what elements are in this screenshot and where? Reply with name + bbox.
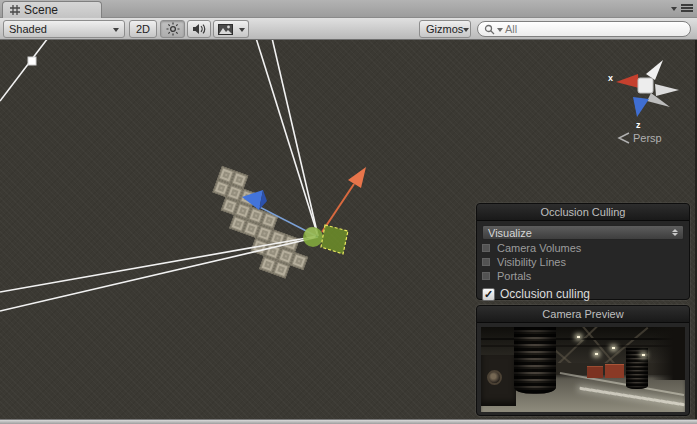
effects-dropdown-button[interactable]	[236, 20, 249, 38]
image-icon	[218, 24, 233, 35]
2d-label: 2D	[136, 23, 150, 35]
tab-strip: Scene	[0, 0, 697, 18]
search-value: All	[505, 23, 517, 35]
viz-item-camera-volumes[interactable]: Camera Volumes	[482, 241, 684, 254]
visualize-dropdown[interactable]: Visualize	[482, 225, 684, 240]
frustum-handle-square[interactable]	[28, 57, 36, 65]
axis-cone-up-icon[interactable]	[646, 60, 663, 80]
tab-scene[interactable]: Scene	[2, 1, 102, 18]
portals-swatch[interactable]	[482, 272, 490, 280]
camera-preview-title: Camera Preview	[477, 306, 689, 323]
scene-grid-icon	[10, 5, 20, 15]
viz-item-portals[interactable]: Portals	[482, 269, 684, 282]
preview-crate	[587, 366, 603, 378]
axis-z-label: z	[636, 120, 641, 130]
effects-toggle-button[interactable]	[213, 20, 237, 38]
preview-light	[577, 336, 580, 338]
preview-left-tank	[514, 327, 557, 394]
axis-x-label: x	[608, 73, 613, 83]
gizmos-dropdown[interactable]: Gizmos	[419, 20, 471, 38]
axis-cone-x-icon[interactable]	[616, 74, 639, 88]
chevron-down-icon	[463, 28, 469, 35]
search-input[interactable]: All	[477, 21, 691, 37]
occlusion-culling-panel: Occlusion Culling Visualize Camera Volum…	[476, 203, 690, 300]
preview-light	[642, 354, 645, 356]
chevron-down-icon	[239, 28, 245, 35]
checkbox-checked-icon[interactable]: ✓	[482, 288, 495, 301]
preview-hatch	[487, 370, 502, 385]
search-icon	[484, 24, 495, 35]
scene-viewport[interactable]: x z Persp Occlusion Culling Visualize Ca…	[0, 40, 697, 419]
visualize-label: Visualize	[488, 227, 532, 239]
visibility-lines-swatch[interactable]	[482, 258, 490, 266]
move-gizmo-arrow-icon[interactable]	[348, 167, 366, 188]
speaker-icon	[192, 23, 206, 35]
camera-preview-panel: Camera Preview	[476, 305, 690, 416]
chevron-down-icon	[113, 28, 119, 35]
camera-volumes-swatch[interactable]	[482, 244, 490, 252]
viz-item-label: Camera Volumes	[497, 242, 581, 254]
projection-mode-label[interactable]: Persp	[633, 132, 662, 144]
viz-item-label: Visibility Lines	[497, 256, 566, 268]
camera-preview-image	[481, 327, 685, 412]
panel-menu-icon[interactable]	[671, 3, 693, 15]
gizmos-label: Gizmos	[426, 23, 463, 35]
axis-cone-gray-icon[interactable]	[647, 93, 670, 107]
occlusion-panel-title: Occlusion Culling	[477, 204, 689, 221]
chevron-down-icon	[671, 7, 677, 14]
axis-orientation-gizmo[interactable]: x z Persp	[608, 60, 679, 144]
occlusion-toggle-label: Occlusion culling	[500, 287, 590, 301]
level-geometry[interactable]	[188, 166, 344, 304]
shading-mode-dropdown[interactable]: Shaded	[3, 20, 125, 38]
viz-item-visibility-lines[interactable]: Visibility Lines	[482, 255, 684, 268]
search-filter-chevron-icon[interactable]	[497, 28, 503, 35]
axis-cone-right-icon[interactable]	[655, 84, 679, 96]
persp-chevron-icon	[619, 133, 629, 143]
audio-toggle-button[interactable]	[187, 20, 211, 38]
sun-icon	[166, 22, 180, 36]
preview-light	[595, 353, 598, 355]
window-bottom-edge	[0, 419, 697, 424]
axis-cube-icon[interactable]	[638, 78, 653, 93]
preview-crate	[605, 364, 623, 378]
popup-arrows-icon	[672, 229, 678, 236]
viz-item-label: Portals	[497, 270, 531, 282]
preview-right-wall	[652, 327, 685, 380]
tab-title: Scene	[24, 3, 58, 17]
hamburger-icon	[681, 4, 693, 14]
axis-cone-z-icon[interactable]	[633, 97, 649, 117]
2d-toggle-button[interactable]: 2D	[129, 20, 157, 38]
shading-mode-label: Shaded	[9, 23, 47, 35]
preview-light	[612, 347, 615, 349]
scene-toolbar: Shaded 2D Gizmos	[0, 18, 697, 40]
lighting-toggle-button[interactable]	[160, 20, 185, 38]
occlusion-culling-toggle[interactable]: ✓ Occlusion culling	[482, 287, 684, 301]
